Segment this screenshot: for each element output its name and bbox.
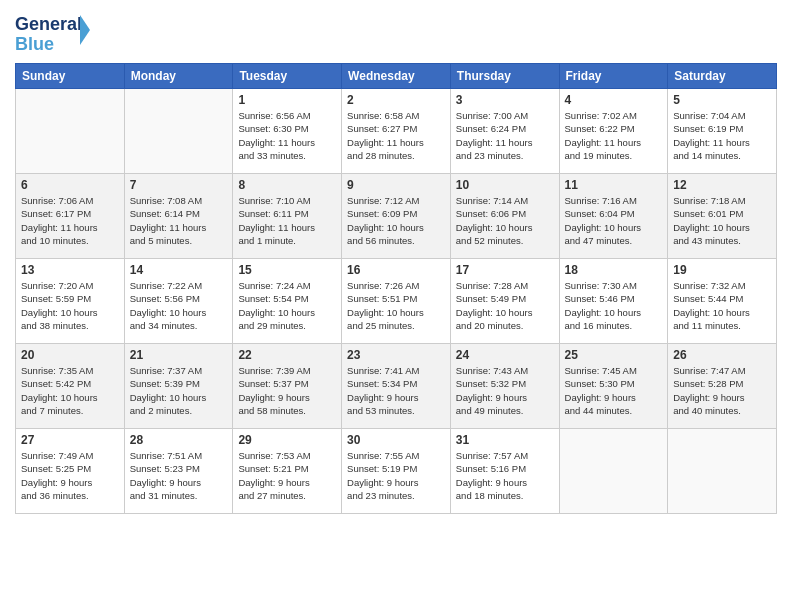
logo-svg: GeneralBlue bbox=[15, 10, 95, 55]
day-info: Sunrise: 7:14 AM Sunset: 6:06 PM Dayligh… bbox=[456, 194, 554, 247]
day-cell-20: 20Sunrise: 7:35 AM Sunset: 5:42 PM Dayli… bbox=[16, 344, 125, 429]
day-info: Sunrise: 7:55 AM Sunset: 5:19 PM Dayligh… bbox=[347, 449, 445, 502]
day-number: 24 bbox=[456, 348, 554, 362]
day-cell-9: 9Sunrise: 7:12 AM Sunset: 6:09 PM Daylig… bbox=[342, 174, 451, 259]
weekday-header-saturday: Saturday bbox=[668, 64, 777, 89]
day-info: Sunrise: 7:37 AM Sunset: 5:39 PM Dayligh… bbox=[130, 364, 228, 417]
day-info: Sunrise: 7:28 AM Sunset: 5:49 PM Dayligh… bbox=[456, 279, 554, 332]
day-cell-5: 5Sunrise: 7:04 AM Sunset: 6:19 PM Daylig… bbox=[668, 89, 777, 174]
day-cell-15: 15Sunrise: 7:24 AM Sunset: 5:54 PM Dayli… bbox=[233, 259, 342, 344]
day-number: 16 bbox=[347, 263, 445, 277]
day-number: 2 bbox=[347, 93, 445, 107]
day-info: Sunrise: 7:04 AM Sunset: 6:19 PM Dayligh… bbox=[673, 109, 771, 162]
day-cell-13: 13Sunrise: 7:20 AM Sunset: 5:59 PM Dayli… bbox=[16, 259, 125, 344]
day-cell-23: 23Sunrise: 7:41 AM Sunset: 5:34 PM Dayli… bbox=[342, 344, 451, 429]
svg-marker-2 bbox=[80, 15, 90, 45]
svg-text:Blue: Blue bbox=[15, 34, 54, 54]
day-cell-16: 16Sunrise: 7:26 AM Sunset: 5:51 PM Dayli… bbox=[342, 259, 451, 344]
day-number: 14 bbox=[130, 263, 228, 277]
day-info: Sunrise: 7:12 AM Sunset: 6:09 PM Dayligh… bbox=[347, 194, 445, 247]
day-cell-7: 7Sunrise: 7:08 AM Sunset: 6:14 PM Daylig… bbox=[124, 174, 233, 259]
day-number: 11 bbox=[565, 178, 663, 192]
day-cell-28: 28Sunrise: 7:51 AM Sunset: 5:23 PM Dayli… bbox=[124, 429, 233, 514]
day-cell-29: 29Sunrise: 7:53 AM Sunset: 5:21 PM Dayli… bbox=[233, 429, 342, 514]
day-cell-27: 27Sunrise: 7:49 AM Sunset: 5:25 PM Dayli… bbox=[16, 429, 125, 514]
day-cell-10: 10Sunrise: 7:14 AM Sunset: 6:06 PM Dayli… bbox=[450, 174, 559, 259]
day-cell-6: 6Sunrise: 7:06 AM Sunset: 6:17 PM Daylig… bbox=[16, 174, 125, 259]
day-info: Sunrise: 7:00 AM Sunset: 6:24 PM Dayligh… bbox=[456, 109, 554, 162]
day-number: 10 bbox=[456, 178, 554, 192]
day-number: 27 bbox=[21, 433, 119, 447]
day-number: 12 bbox=[673, 178, 771, 192]
empty-cell bbox=[668, 429, 777, 514]
day-info: Sunrise: 7:22 AM Sunset: 5:56 PM Dayligh… bbox=[130, 279, 228, 332]
day-info: Sunrise: 7:51 AM Sunset: 5:23 PM Dayligh… bbox=[130, 449, 228, 502]
day-cell-30: 30Sunrise: 7:55 AM Sunset: 5:19 PM Dayli… bbox=[342, 429, 451, 514]
empty-cell bbox=[124, 89, 233, 174]
day-number: 7 bbox=[130, 178, 228, 192]
day-info: Sunrise: 7:41 AM Sunset: 5:34 PM Dayligh… bbox=[347, 364, 445, 417]
day-number: 29 bbox=[238, 433, 336, 447]
weekday-header-monday: Monday bbox=[124, 64, 233, 89]
day-cell-25: 25Sunrise: 7:45 AM Sunset: 5:30 PM Dayli… bbox=[559, 344, 668, 429]
svg-text:General: General bbox=[15, 14, 82, 34]
day-info: Sunrise: 7:32 AM Sunset: 5:44 PM Dayligh… bbox=[673, 279, 771, 332]
day-number: 21 bbox=[130, 348, 228, 362]
day-cell-17: 17Sunrise: 7:28 AM Sunset: 5:49 PM Dayli… bbox=[450, 259, 559, 344]
day-number: 31 bbox=[456, 433, 554, 447]
day-number: 19 bbox=[673, 263, 771, 277]
day-cell-22: 22Sunrise: 7:39 AM Sunset: 5:37 PM Dayli… bbox=[233, 344, 342, 429]
day-info: Sunrise: 7:16 AM Sunset: 6:04 PM Dayligh… bbox=[565, 194, 663, 247]
weekday-header-thursday: Thursday bbox=[450, 64, 559, 89]
day-info: Sunrise: 7:08 AM Sunset: 6:14 PM Dayligh… bbox=[130, 194, 228, 247]
calendar-container: GeneralBlue SundayMondayTuesdayWednesday… bbox=[0, 0, 792, 612]
logo: GeneralBlue bbox=[15, 10, 95, 55]
day-info: Sunrise: 6:56 AM Sunset: 6:30 PM Dayligh… bbox=[238, 109, 336, 162]
day-cell-21: 21Sunrise: 7:37 AM Sunset: 5:39 PM Dayli… bbox=[124, 344, 233, 429]
week-row-2: 6Sunrise: 7:06 AM Sunset: 6:17 PM Daylig… bbox=[16, 174, 777, 259]
weekday-header-friday: Friday bbox=[559, 64, 668, 89]
week-row-3: 13Sunrise: 7:20 AM Sunset: 5:59 PM Dayli… bbox=[16, 259, 777, 344]
day-cell-11: 11Sunrise: 7:16 AM Sunset: 6:04 PM Dayli… bbox=[559, 174, 668, 259]
weekday-header-row: SundayMondayTuesdayWednesdayThursdayFrid… bbox=[16, 64, 777, 89]
empty-cell bbox=[16, 89, 125, 174]
day-number: 13 bbox=[21, 263, 119, 277]
day-info: Sunrise: 7:53 AM Sunset: 5:21 PM Dayligh… bbox=[238, 449, 336, 502]
weekday-header-sunday: Sunday bbox=[16, 64, 125, 89]
day-number: 28 bbox=[130, 433, 228, 447]
day-info: Sunrise: 7:39 AM Sunset: 5:37 PM Dayligh… bbox=[238, 364, 336, 417]
day-info: Sunrise: 7:45 AM Sunset: 5:30 PM Dayligh… bbox=[565, 364, 663, 417]
day-number: 17 bbox=[456, 263, 554, 277]
day-number: 18 bbox=[565, 263, 663, 277]
day-cell-2: 2Sunrise: 6:58 AM Sunset: 6:27 PM Daylig… bbox=[342, 89, 451, 174]
day-cell-24: 24Sunrise: 7:43 AM Sunset: 5:32 PM Dayli… bbox=[450, 344, 559, 429]
day-info: Sunrise: 7:18 AM Sunset: 6:01 PM Dayligh… bbox=[673, 194, 771, 247]
week-row-5: 27Sunrise: 7:49 AM Sunset: 5:25 PM Dayli… bbox=[16, 429, 777, 514]
day-info: Sunrise: 7:20 AM Sunset: 5:59 PM Dayligh… bbox=[21, 279, 119, 332]
day-number: 1 bbox=[238, 93, 336, 107]
day-info: Sunrise: 7:26 AM Sunset: 5:51 PM Dayligh… bbox=[347, 279, 445, 332]
day-cell-4: 4Sunrise: 7:02 AM Sunset: 6:22 PM Daylig… bbox=[559, 89, 668, 174]
day-number: 9 bbox=[347, 178, 445, 192]
day-number: 23 bbox=[347, 348, 445, 362]
weekday-header-wednesday: Wednesday bbox=[342, 64, 451, 89]
day-info: Sunrise: 6:58 AM Sunset: 6:27 PM Dayligh… bbox=[347, 109, 445, 162]
day-cell-26: 26Sunrise: 7:47 AM Sunset: 5:28 PM Dayli… bbox=[668, 344, 777, 429]
day-cell-12: 12Sunrise: 7:18 AM Sunset: 6:01 PM Dayli… bbox=[668, 174, 777, 259]
day-number: 4 bbox=[565, 93, 663, 107]
header: GeneralBlue bbox=[15, 10, 777, 55]
day-info: Sunrise: 7:02 AM Sunset: 6:22 PM Dayligh… bbox=[565, 109, 663, 162]
day-number: 25 bbox=[565, 348, 663, 362]
day-number: 26 bbox=[673, 348, 771, 362]
day-info: Sunrise: 7:24 AM Sunset: 5:54 PM Dayligh… bbox=[238, 279, 336, 332]
day-cell-3: 3Sunrise: 7:00 AM Sunset: 6:24 PM Daylig… bbox=[450, 89, 559, 174]
day-info: Sunrise: 7:30 AM Sunset: 5:46 PM Dayligh… bbox=[565, 279, 663, 332]
day-info: Sunrise: 7:35 AM Sunset: 5:42 PM Dayligh… bbox=[21, 364, 119, 417]
day-number: 6 bbox=[21, 178, 119, 192]
day-info: Sunrise: 7:47 AM Sunset: 5:28 PM Dayligh… bbox=[673, 364, 771, 417]
day-cell-18: 18Sunrise: 7:30 AM Sunset: 5:46 PM Dayli… bbox=[559, 259, 668, 344]
day-info: Sunrise: 7:57 AM Sunset: 5:16 PM Dayligh… bbox=[456, 449, 554, 502]
day-number: 20 bbox=[21, 348, 119, 362]
day-info: Sunrise: 7:10 AM Sunset: 6:11 PM Dayligh… bbox=[238, 194, 336, 247]
day-cell-19: 19Sunrise: 7:32 AM Sunset: 5:44 PM Dayli… bbox=[668, 259, 777, 344]
